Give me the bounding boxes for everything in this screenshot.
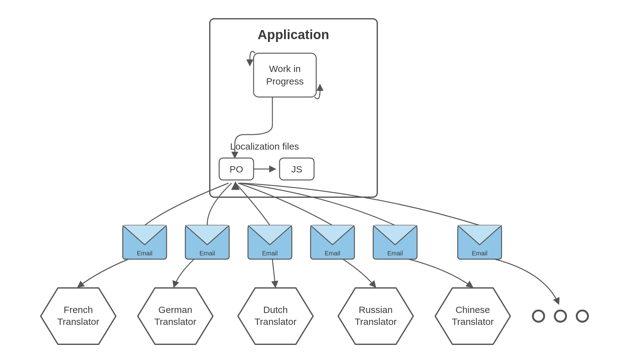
arrow-env6-ellipsis xyxy=(495,259,559,304)
svg-point-17 xyxy=(577,310,588,322)
wip-line1: Work in xyxy=(269,64,301,74)
translator-5-line1: Chinese xyxy=(456,305,490,315)
js-box: JS xyxy=(280,158,314,180)
email-envelope-6: Email xyxy=(458,225,502,259)
translator-3-line1: Dutch xyxy=(263,305,288,315)
arrow-env3-hex3 xyxy=(272,259,276,287)
svg-point-15 xyxy=(533,310,544,322)
ellipsis-icon xyxy=(533,310,588,322)
svg-marker-14 xyxy=(435,288,510,344)
localization-label: Localization files xyxy=(230,141,299,151)
arrow-env4-hex4 xyxy=(343,259,376,287)
po-box: PO xyxy=(219,158,254,180)
translator-hex-german: German Translator xyxy=(138,288,213,344)
svg-marker-13 xyxy=(338,288,413,344)
svg-marker-11 xyxy=(138,288,213,344)
translator-2-line1: German xyxy=(158,305,192,315)
translator-hex-russian: Russian Translator xyxy=(338,288,413,344)
email-envelope-5: Email xyxy=(373,225,417,259)
arrow-env1-hex1 xyxy=(78,259,128,287)
svg-point-16 xyxy=(555,310,566,322)
translator-row: French Translator German Translator Dutc… xyxy=(41,288,588,344)
email-envelope-4: Email xyxy=(311,225,354,259)
wip-line2: Progress xyxy=(266,76,304,86)
email-label-1: Email xyxy=(137,250,152,257)
email-envelope-2: Email xyxy=(185,225,229,259)
js-label: JS xyxy=(291,164,302,174)
application-box: Application Work in Progress Localizatio… xyxy=(210,19,377,197)
translator-hex-french: French Translator xyxy=(41,288,116,344)
translator-4-line1: Russian xyxy=(359,305,393,315)
translator-4-line2: Translator xyxy=(355,316,397,327)
svg-marker-10 xyxy=(41,288,116,344)
translator-3-line2: Translator xyxy=(255,316,296,327)
application-title: Application xyxy=(258,27,329,42)
email-label-6: Email xyxy=(472,250,487,257)
translator-1-line1: French xyxy=(64,305,93,315)
email-label-4: Email xyxy=(325,250,340,257)
arrow-env2-hex2 xyxy=(174,259,194,287)
email-label-2: Email xyxy=(199,250,215,257)
svg-rect-1 xyxy=(254,53,316,97)
envelope-row: Email Email Email Email Email xyxy=(123,225,502,259)
work-in-progress-box: Work in Progress xyxy=(254,53,316,97)
email-label-5: Email xyxy=(387,250,403,257)
arrow-env5-hex5 xyxy=(409,259,473,287)
translator-5-line2: Translator xyxy=(452,316,494,327)
email-envelope-1: Email xyxy=(123,225,167,259)
svg-marker-12 xyxy=(238,288,313,344)
translator-2-line2: Translator xyxy=(154,316,196,327)
po-label: PO xyxy=(229,164,243,174)
translator-hex-chinese: Chinese Translator xyxy=(435,288,510,344)
email-label-3: Email xyxy=(262,250,278,257)
translator-1-line2: Translator xyxy=(57,316,99,327)
translator-hex-dutch: Dutch Translator xyxy=(238,288,313,344)
email-envelope-3: Email xyxy=(248,225,292,259)
